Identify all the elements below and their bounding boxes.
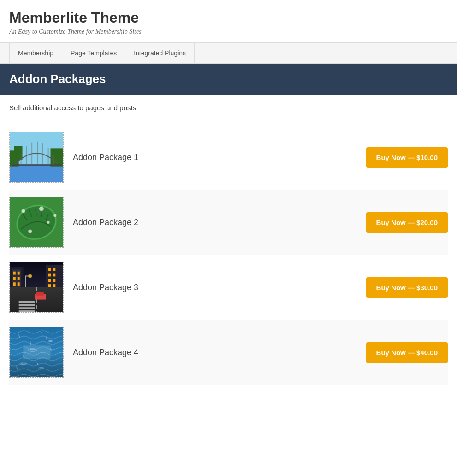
package-row: Addon Package 2Buy Now — $20.00 <box>9 190 448 255</box>
package-row: Addon Package 1Buy Now — $10.00 <box>9 125 448 190</box>
nav-tab-membership[interactable]: Membership <box>9 43 62 63</box>
package-name-1: Addon Package 1 <box>73 153 366 162</box>
site-tagline: An Easy to Customize Theme for Membershi… <box>9 28 448 36</box>
package-row: Addon Package 4Buy Now — $40.00 <box>9 320 448 385</box>
main-nav: Membership Page Templates Integrated Plu… <box>0 42 457 64</box>
nav-tab-integrated-plugins[interactable]: Integrated Plugins <box>125 43 195 63</box>
package-image-1 <box>9 132 64 183</box>
page-description: Sell additional access to pages and post… <box>9 104 448 112</box>
package-image-4 <box>9 327 64 378</box>
buy-button-4[interactable]: Buy Now — $40.00 <box>366 342 448 363</box>
buy-button-1[interactable]: Buy Now — $10.00 <box>366 147 448 168</box>
buy-button-2[interactable]: Buy Now — $20.00 <box>366 212 448 233</box>
packages-container: Addon Package 1Buy Now — $10.00Addon Pac… <box>9 125 448 385</box>
package-row: Addon Package 3Buy Now — $30.00 <box>9 255 448 320</box>
site-header: Memberlite Theme An Easy to Customize Th… <box>0 0 457 42</box>
package-name-2: Addon Package 2 <box>73 218 366 227</box>
buy-button-3[interactable]: Buy Now — $30.00 <box>366 277 448 298</box>
banner-title: Addon Packages <box>9 72 448 86</box>
content-area: Sell additional access to pages and post… <box>0 95 457 385</box>
content-divider <box>9 120 448 120</box>
site-title: Memberlite Theme <box>9 9 448 26</box>
package-image-3 <box>9 262 64 313</box>
package-name-4: Addon Package 4 <box>73 348 366 357</box>
nav-tab-page-templates[interactable]: Page Templates <box>62 43 125 63</box>
package-name-3: Addon Package 3 <box>73 283 366 292</box>
page-banner: Addon Packages <box>0 64 457 95</box>
package-image-2 <box>9 197 64 248</box>
